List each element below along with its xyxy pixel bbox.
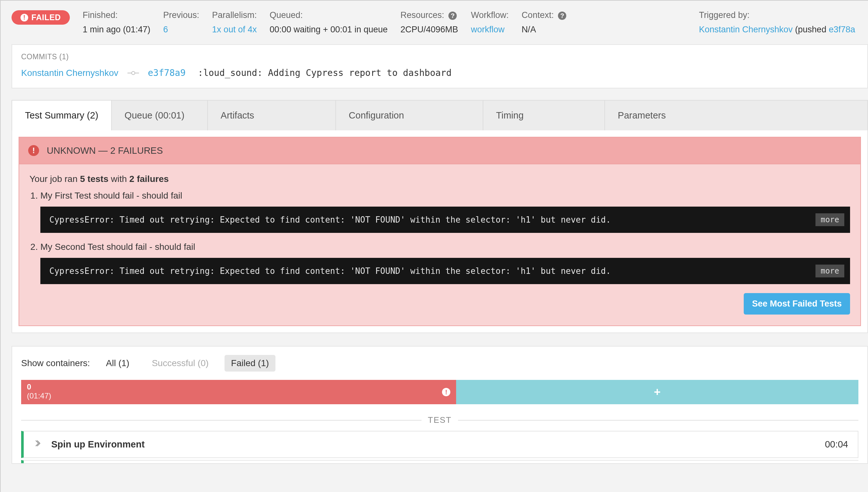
failure-item-2: My Second Test should fail - should fail… (40, 242, 850, 284)
help-icon[interactable]: ? (448, 11, 457, 20)
plus-icon: + (654, 385, 661, 399)
error-output: CypressError: Timed out retrying: Expect… (40, 206, 850, 233)
meta-resources: Resources: ? 2CPU/4096MB (400, 10, 458, 34)
meta-queued: Queued: 00:00 waiting + 00:01 in queue (270, 10, 388, 34)
alert-icon: ! (442, 388, 450, 396)
previous-link[interactable]: 6 (163, 25, 200, 34)
tab-timing[interactable]: Timing (483, 100, 605, 130)
failure-body: Your job ran 5 tests with 2 failures My … (19, 164, 861, 326)
commit-row: Konstantin Chernyshkov e3f78a9 :loud_sou… (21, 68, 859, 78)
commit-message: :loud_sound: Adding Cypress report to da… (198, 68, 452, 78)
meta-workflow: Workflow: workflow (471, 10, 509, 34)
meta-previous: Previous: 6 (163, 10, 200, 34)
meta-parallelism: Parallelism: 1x out of 4x (212, 10, 257, 34)
show-containers-row: Show containers: All (1) Successful (0) … (21, 355, 859, 372)
svg-point-1 (132, 71, 135, 75)
meta-finished: Finished: 1 min ago (01:47) (83, 10, 151, 34)
filter-failed[interactable]: Failed (1) (225, 355, 275, 372)
containers-section: Show containers: All (1) Successful (0) … (11, 346, 868, 464)
tabs: Test Summary (2) Queue (00:01) Artifacts… (11, 100, 868, 130)
commits-title: COMMITS (1) (21, 52, 859, 61)
commit-author-link[interactable]: Konstantin Chernyshkov (21, 68, 119, 78)
failure-item-1: My First Test should fail - should fail … (40, 191, 850, 233)
step-name: Spin up Environment (51, 439, 145, 450)
meta-context: Context: ? N/A (521, 10, 566, 34)
tab-configuration[interactable]: Configuration (336, 100, 483, 130)
commit-icon (127, 70, 139, 76)
tab-parameters[interactable]: Parameters (605, 100, 868, 130)
see-most-failed-button[interactable]: See Most Failed Tests (744, 293, 850, 315)
show-containers-label: Show containers: (21, 358, 90, 368)
commit-hash-link[interactable]: e3f78a (828, 25, 855, 34)
failure-banner: ! UNKNOWN — 2 FAILURES (19, 137, 861, 164)
status-badge: ! FAILED (11, 10, 70, 25)
meta-triggered: Triggered by: Konstantin Chernyshkov (pu… (699, 10, 855, 34)
commits-card: COMMITS (1) Konstantin Chernyshkov e3f78… (11, 44, 868, 89)
step-row-partial (21, 460, 859, 463)
tab-artifacts[interactable]: Artifacts (208, 100, 336, 130)
step-duration: 00:04 (825, 439, 848, 450)
tab-test-summary[interactable]: Test Summary (2) (11, 100, 112, 130)
job-header: ! FAILED Finished: 1 min ago (01:47) Pre… (1, 1, 868, 44)
help-icon[interactable]: ? (558, 11, 566, 20)
section-separator: TEST (21, 415, 859, 425)
more-button[interactable]: more (816, 265, 844, 277)
error-output: CypressError: Timed out retrying: Expect… (40, 258, 850, 284)
parallelism-link[interactable]: 1x out of 4x (212, 25, 257, 34)
step-spin-up-env[interactable]: Spin up Environment 00:04 (21, 431, 859, 458)
tab-queue[interactable]: Queue (00:01) (112, 100, 208, 130)
workflow-link[interactable]: workflow (471, 25, 509, 34)
alert-icon: ! (21, 14, 28, 22)
chevron-right-icon (33, 439, 42, 450)
filter-successful[interactable]: Successful (0) (145, 355, 215, 372)
more-button[interactable]: more (816, 213, 844, 226)
container-bar-0[interactable]: 0 (01:47) ! (21, 380, 456, 404)
container-bars: 0 (01:47) ! + (21, 380, 859, 404)
filter-all[interactable]: All (1) (100, 355, 136, 372)
alert-icon: ! (28, 145, 39, 156)
commit-hash[interactable]: e3f78a9 (148, 68, 186, 78)
author-link[interactable]: Konstantin Chernyshkov (699, 25, 793, 34)
status-text: FAILED (31, 13, 61, 22)
add-container-bar[interactable]: + (456, 380, 859, 404)
tab-panel-test-summary: ! UNKNOWN — 2 FAILURES Your job ran 5 te… (11, 130, 868, 333)
